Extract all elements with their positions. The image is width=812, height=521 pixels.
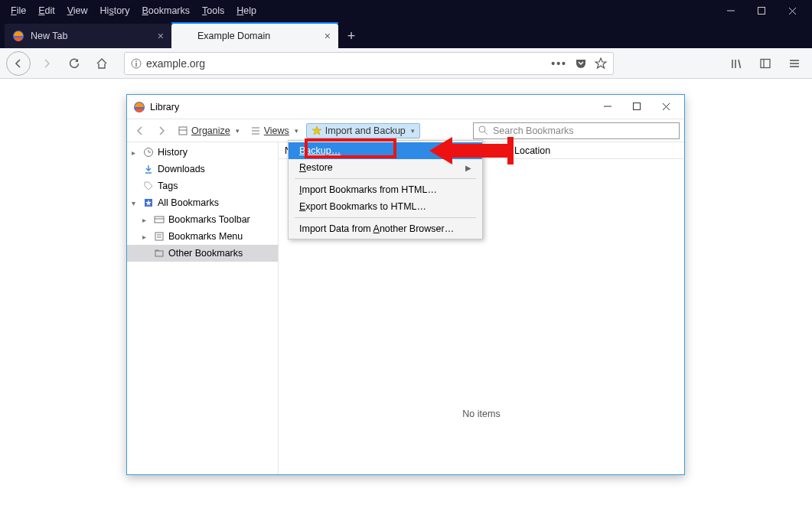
tree-tags[interactable]: Tags [127, 177, 278, 194]
tree-other-bookmarks[interactable]: Other Bookmarks [127, 245, 278, 262]
expand-icon[interactable]: ▸ [132, 148, 139, 157]
info-icon[interactable] [131, 58, 142, 69]
svg-point-7 [135, 60, 137, 62]
menu-history[interactable]: History [94, 2, 136, 19]
menu-separator [295, 178, 476, 179]
menu-item-import-html[interactable]: Import Bookmarks from HTML… [289, 181, 482, 198]
menu-item-import-browser[interactable]: Import Data from Another Browser… [289, 220, 482, 237]
menu-bookmarks[interactable]: Bookmarks [136, 2, 197, 19]
bookmark-star-icon[interactable] [595, 57, 607, 70]
toolbar-icon [153, 214, 165, 225]
collapse-icon[interactable]: ▾ [132, 199, 139, 207]
download-icon [142, 164, 155, 174]
tab-example-domain[interactable]: Example Domain × [171, 24, 338, 48]
tab-label: Example Domain [197, 31, 270, 41]
menu-item-backup[interactable]: Backup… [289, 142, 482, 159]
library-empty-text: No items [279, 409, 684, 419]
views-menu-button[interactable]: Views [247, 124, 302, 138]
expand-icon[interactable]: ▸ [142, 233, 150, 241]
tab-close-icon[interactable]: × [324, 30, 331, 42]
window-minimize-button[interactable] [716, 0, 746, 21]
svg-rect-30 [155, 217, 164, 223]
folder-icon [153, 248, 165, 259]
sidebar-icon[interactable] [754, 52, 777, 75]
svg-line-27 [484, 132, 488, 135]
library-titlebar[interactable]: Library [127, 95, 684, 119]
globe-icon [179, 30, 191, 42]
bookmark-star-icon [142, 197, 155, 208]
page-actions-icon[interactable]: ••• [551, 57, 567, 70]
menu-item-export-html[interactable]: Export Bookmarks to HTML… [289, 198, 482, 215]
window-maximize-button[interactable] [746, 0, 777, 21]
tag-icon [142, 181, 155, 191]
menu-icon [153, 231, 165, 242]
browser-menubar: File Edit View History Bookmarks Tools H… [0, 0, 812, 21]
window-close-button[interactable] [777, 0, 807, 21]
firefox-icon [12, 30, 24, 42]
organize-icon [178, 125, 188, 136]
library-search-input[interactable]: Search Bookmarks [473, 122, 680, 139]
tab-strip: New Tab × Example Domain × + [0, 21, 812, 48]
import-backup-dropdown: Backup… Restore▶ Import Bookmarks from H… [288, 140, 483, 239]
svg-line-10 [739, 60, 741, 68]
import-backup-menu-button[interactable]: Import and Backup [306, 123, 420, 138]
library-back-button[interactable] [132, 124, 148, 138]
svg-rect-32 [155, 233, 163, 240]
library-forward-button[interactable] [153, 124, 170, 138]
menu-help[interactable]: Help [230, 2, 263, 19]
star-icon [311, 125, 322, 136]
library-title: Library [150, 102, 179, 112]
new-tab-button[interactable]: + [338, 24, 364, 48]
tree-bookmarks-toolbar[interactable]: ▸ Bookmarks Toolbar [127, 211, 278, 228]
tree-bookmarks-menu[interactable]: ▸ Bookmarks Menu [127, 228, 278, 245]
pocket-icon[interactable] [575, 57, 587, 70]
navigation-toolbar: example.org ••• [0, 48, 812, 79]
library-close-button[interactable] [658, 103, 673, 111]
library-toolbar: Organize Views Import and Backup Search … [127, 119, 684, 142]
search-placeholder: Search Bookmarks [493, 125, 574, 136]
svg-rect-11 [761, 59, 770, 67]
svg-rect-21 [179, 127, 187, 135]
library-maximize-button[interactable] [629, 103, 644, 111]
tree-downloads[interactable]: Downloads [127, 161, 278, 177]
tab-label: New Tab [31, 31, 67, 41]
firefox-icon [133, 101, 145, 113]
svg-point-26 [479, 126, 485, 132]
reload-button[interactable] [63, 52, 86, 75]
menu-edit[interactable]: Edit [32, 2, 61, 19]
back-button[interactable] [6, 51, 31, 76]
library-minimize-button[interactable] [600, 103, 615, 111]
organize-menu-button[interactable]: Organize [174, 124, 243, 138]
browser-content: Library Organize Views [0, 79, 812, 521]
svg-rect-35 [155, 251, 163, 256]
svg-rect-18 [634, 103, 641, 110]
forward-button[interactable] [35, 52, 58, 75]
expand-icon[interactable]: ▸ [142, 216, 150, 224]
search-icon [478, 125, 488, 135]
clock-icon [142, 147, 155, 158]
library-window: Library Organize Views [126, 94, 685, 475]
library-icon[interactable] [725, 52, 748, 75]
menu-tools[interactable]: Tools [196, 2, 230, 19]
tree-all-bookmarks[interactable]: ▾ All Bookmarks [127, 194, 278, 211]
url-text: example.org [146, 57, 205, 70]
library-tree: ▸ History Downloads Tags ▾ All [127, 142, 279, 474]
menu-file[interactable]: File [5, 2, 32, 19]
tree-history[interactable]: ▸ History [127, 144, 278, 161]
menu-separator [295, 217, 476, 218]
app-menu-button[interactable] [783, 52, 806, 75]
chevron-right-icon: ▶ [465, 164, 471, 172]
home-button[interactable] [90, 52, 113, 75]
menu-item-restore[interactable]: Restore▶ [289, 159, 482, 176]
tab-close-icon[interactable]: × [158, 30, 164, 42]
url-bar[interactable]: example.org ••• [124, 52, 614, 75]
svg-rect-1 [758, 8, 765, 15]
tab-new-tab[interactable]: New Tab × [5, 24, 171, 48]
menu-view[interactable]: View [61, 2, 94, 19]
views-icon [250, 125, 261, 136]
column-location[interactable]: Location [514, 145, 550, 156]
